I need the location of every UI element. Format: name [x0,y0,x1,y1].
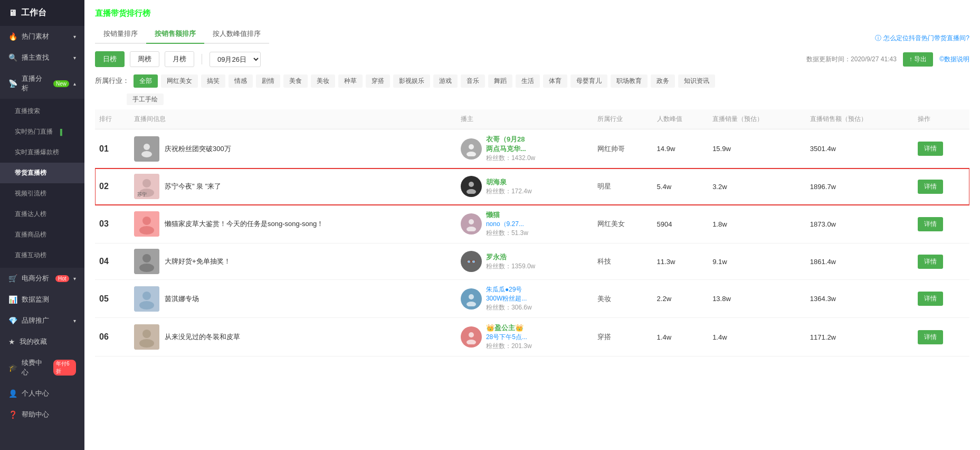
industry-tag-planting[interactable]: 种草 [338,74,363,88]
svg-point-22 [467,302,476,306]
help-link[interactable]: ⓘ 怎么定位抖音热门带货直播间? [875,34,969,43]
sidebar-item-ecom-analysis[interactable]: 🛒 电商分析 Hot ▾ [0,268,84,289]
sidebar-item-brand-promo[interactable]: 💎 品牌推广 ▾ [0,310,84,331]
logo-label: 工作台 [21,7,46,18]
industry-tag-game[interactable]: 游戏 [433,74,458,88]
cart-icon: 🛒 [8,274,17,283]
svg-point-25 [139,339,154,348]
streamer-name-01: 衣哥（9月28两点马克华... [486,135,535,154]
detail-btn-06[interactable]: 详情 [918,330,943,344]
sidebar-item-anchor-search[interactable]: 🔍 播主查找 ▾ [0,47,84,68]
svg-point-9 [467,189,476,194]
stream-title-03: 懒猫家皮草大鉴赏！今天的任务是song-song-song！ [165,219,324,229]
industry-tag-life[interactable]: 生活 [516,74,540,88]
industry-tag-makeup[interactable]: 美妆 [311,74,335,88]
tab-by-sales-amount[interactable]: 按销售额排序 [146,25,204,44]
streamer-name-02: 胡海泉 [486,177,532,187]
th-stream-info: 直播间信息 [130,109,456,129]
industry-tag-dance[interactable]: 舞蹈 [488,74,512,88]
btn-monthly[interactable]: 月榜 [165,51,194,67]
th-sales-count: 直播销量（预估） [708,109,806,129]
detail-btn-03[interactable]: 详情 [918,217,943,231]
avatar-04: 👓 [461,251,482,272]
sidebar-item-video-traffic[interactable]: 视频引流榜 [0,183,84,204]
sidebar-item-goods-rank2[interactable]: 直播商品榜 [0,224,84,245]
glasses-icon: 👓 [466,257,477,267]
stream-info-06: 从来没见过的冬装和皮草 [134,324,452,350]
industry-tag-career-edu[interactable]: 职场教育 [611,74,648,88]
th-action: 操作 [914,109,969,129]
table-body: 01 庆祝粉丝团突破300万 [95,129,969,357]
sidebar-item-help[interactable]: ❓ 帮助中心 [0,404,84,425]
fans-count-04: 粉丝数：1359.0w [486,262,535,271]
industry-tag-food[interactable]: 美食 [283,74,308,88]
arrow-icon-5: ▾ [73,318,76,324]
svg-point-5 [142,179,151,188]
sidebar-item-hot-material[interactable]: 🔥 热门素材 ▾ [0,26,84,47]
fans-count-03: 粉丝数：51.3w [486,229,528,238]
sidebar-label-goods-rank2: 直播商品榜 [15,230,46,239]
sidebar-item-anchor-rank[interactable]: 直播达人榜 [0,204,84,224]
sales-count-03: 1.8w [712,220,727,228]
help-link-label: 怎么定位抖音热门带货直播间? [883,34,969,43]
sidebar-item-data-monitor[interactable]: 📊 数据监测 [0,289,84,310]
industry-tag-parenting[interactable]: 母婴育儿 [570,74,607,88]
sidebar-item-live-search[interactable]: 直播搜索 [0,101,84,121]
industry-tag-sports[interactable]: 体育 [543,74,567,88]
industry-02: 明星 [597,182,611,190]
tab-by-peak-users[interactable]: 按人数峰值排序 [204,25,269,44]
sidebar-label-anchor-rank: 直播达人榜 [15,210,46,219]
fans-count-05: 粉丝数：306.6w [486,303,532,312]
sidebar-item-profile[interactable]: 👤 个人中心 [0,383,84,404]
sidebar-label-ecom-analysis: 电商分析 [22,274,49,283]
date-select[interactable]: 09月26日 [210,52,261,67]
sidebar-item-realtime-hot[interactable]: 实时热门直播 ▐ [0,121,84,142]
detail-btn-04[interactable]: 详情 [918,255,943,269]
controls-right: 数据更新时间：2020/9/27 41:43 ↑ 导出 ©数据说明 [806,52,969,67]
industry-tag-all[interactable]: 全部 [134,74,158,88]
industry-tag-emotion[interactable]: 情感 [229,74,253,88]
sidebar-item-live-analysis[interactable]: 📡 直播分析 New ▴ [0,68,84,99]
sidebar-item-interaction[interactable]: 直播互动榜 [0,245,84,266]
industry-tag-drama[interactable]: 剧情 [256,74,280,88]
streamer-info-05: 朱瓜瓜●29号 300W粉丝超... 粉丝数：306.6w [461,285,589,312]
peak-users-01: 14.9w [657,145,675,153]
industry-tag-funny[interactable]: 搞笑 [201,74,225,88]
question-circle-icon: ⓘ [875,34,881,43]
detail-btn-01[interactable]: 详情 [918,142,943,156]
table-row: 03 懒猫家皮草大鉴赏！今天的任务是song-song-song！ [95,205,969,243]
stream-thumb-04 [134,249,159,274]
table-row: 06 从来没见过的冬装和皮草 [95,318,969,357]
industry-tag-handmade[interactable]: 手工手绘 [127,93,164,105]
peak-users-02: 5.4w [657,183,671,191]
btn-weekly[interactable]: 周榜 [130,51,159,67]
industry-tag-knowledge[interactable]: 知识资讯 [678,74,715,88]
sales-amount-03: 1873.0w [810,220,836,228]
stream-info-01: 庆祝粉丝团突破300万 [134,136,452,162]
detail-btn-05[interactable]: 详情 [918,292,943,306]
tab-by-sales-count[interactable]: 按销量排序 [95,25,146,44]
export-button[interactable]: ↑ 导出 [903,52,933,67]
th-industry: 所属行业 [593,109,652,129]
user-icon: 👤 [8,389,17,398]
live-icon: 📡 [8,79,17,88]
industry-tag-entertainment[interactable]: 影视娱乐 [393,74,430,88]
industry-tag-music[interactable]: 音乐 [461,74,485,88]
stream-info-04: 大牌好货+免单抽奖！ [134,249,452,274]
sidebar-item-favorites[interactable]: ★ 我的收藏 [0,331,84,352]
avatar-05 [461,288,482,310]
industry-tag-fashion[interactable]: 穿搭 [366,74,390,88]
table-row: 05 茵淇娜专场 [95,280,969,318]
stream-title-02: 苏宁今夜" 泉 "来了 [165,182,221,191]
sidebar-item-training[interactable]: 🎓 续费中心 年付6折 [0,352,84,383]
svg-point-21 [469,294,474,299]
avatar-03 [461,213,482,235]
detail-btn-02[interactable]: 详情 [918,180,943,194]
svg-point-27 [467,340,476,344]
industry-tag-net-beauty[interactable]: 网红美女 [161,74,198,88]
btn-daily[interactable]: 日榜 [95,51,125,67]
sidebar-item-goods-rank[interactable]: 带货直播榜 [0,163,84,183]
industry-tag-politics[interactable]: 政务 [651,74,675,88]
sidebar-item-realtime-list[interactable]: 实时直播爆款榜 [0,142,84,163]
data-explain-link[interactable]: ©数据说明 [939,55,969,64]
